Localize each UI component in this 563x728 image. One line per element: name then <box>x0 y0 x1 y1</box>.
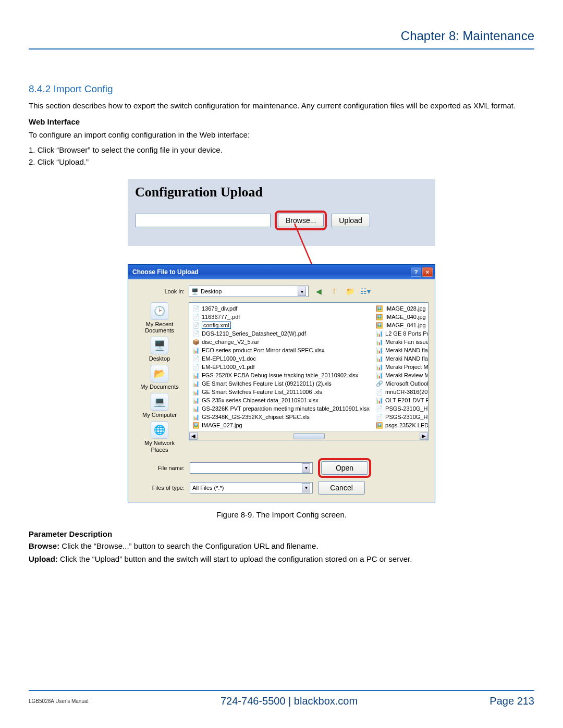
section-body: 8.4.2 Import Config This section describ… <box>29 83 534 166</box>
file-name: mnuCR-3816(2008 <box>385 389 429 395</box>
file-item[interactable]: 🖼️IMAGE_041.jpg <box>376 322 429 329</box>
computer-icon: 💻 <box>151 393 168 411</box>
browse-button[interactable]: Browse... <box>278 214 324 227</box>
place-desktop[interactable]: 🖥️ Desktop <box>136 337 183 362</box>
file-item[interactable]: 📊GS-2348K_GS-2352KX_chipset SPEC.xls <box>192 413 370 421</box>
file-item[interactable]: 📊GE Smart Switches Feature List_20111006… <box>192 388 370 396</box>
views-icon[interactable]: ☷▾ <box>360 286 371 297</box>
file-name: Meraki Fan issue t <box>385 339 429 345</box>
pdf-file-icon: 📄 <box>192 363 200 371</box>
jpg-file-icon: 🖼️ <box>376 305 383 312</box>
file-item[interactable]: 📄13679_div.pdf <box>192 305 370 312</box>
file-name: Meraki NAND flash <box>385 347 429 353</box>
file-item[interactable]: 📊L2 GE 8 Ports PoE <box>376 330 429 337</box>
instr-lead: To configure an import config configurat… <box>29 129 534 140</box>
file-name: Microsoft Outlook <box>385 380 429 387</box>
file-col-right: 🖼️IMAGE_028.jpg🖼️IMAGE_040.jpg🖼️IMAGE_04… <box>373 303 429 431</box>
cancel-button[interactable]: Cancel <box>318 481 365 495</box>
file-item[interactable]: 📄DGS-1210_Series_Datasheet_02(W).pdf <box>192 330 370 337</box>
up-icon[interactable]: ⤒ <box>328 286 340 297</box>
file-item[interactable]: 📊Meraki Fan issue t <box>376 338 429 346</box>
footer-left: LGB5028A User's Manual <box>29 698 89 704</box>
page-footer: LGB5028A User's Manual 724-746-5500 | bl… <box>29 690 534 707</box>
place-mydocs[interactable]: 📂 My Documents <box>136 365 183 390</box>
upload-path-input[interactable] <box>135 214 271 227</box>
param-upload-text: Click the “Upload” button and the switch… <box>60 554 412 563</box>
file-item[interactable]: 🖼️IMAGE_028.jpg <box>376 305 429 312</box>
open-button[interactable]: Open <box>321 461 368 475</box>
scroll-right-icon[interactable]: ▶ <box>420 433 428 440</box>
place-netplaces[interactable]: 🌐 My Network Places <box>136 421 183 452</box>
desktop-icon: 🖥️ <box>191 288 199 295</box>
file-name: L2 GE 8 Ports PoE <box>385 330 429 337</box>
file-name: FGS-2528X PCBA Debug issue tracking tabl… <box>202 372 358 378</box>
chevron-down-icon[interactable]: ▾ <box>302 463 310 473</box>
file-item[interactable]: 🔗Microsoft Outlook <box>376 380 429 387</box>
file-list-pane[interactable]: 📄13679_div.pdf📄11636777_.pdf📄config.xml📄… <box>189 302 429 440</box>
chevron-down-icon[interactable]: ▾ <box>302 483 310 492</box>
file-item[interactable]: 📊OLT-E201 DVT Rev <box>376 397 429 404</box>
file-item[interactable]: 📄PSGS-2310G_HW I <box>376 413 429 421</box>
place-mycomp[interactable]: 💻 My Computer <box>136 393 183 418</box>
dialog-titlebar[interactable]: Choose File to Upload ? × <box>128 265 435 279</box>
back-icon[interactable]: ◀ <box>313 286 324 297</box>
file-item[interactable]: 📄mnuCR-3816(2008 <box>376 388 429 396</box>
file-col-left: 📄13679_div.pdf📄11636777_.pdf📄config.xml📄… <box>189 303 373 431</box>
file-item[interactable]: 📦disc_change_V2_5.rar <box>192 338 370 346</box>
footer-right: Page 213 <box>489 695 534 707</box>
xml-file-icon: 📄 <box>192 322 200 329</box>
xls-file-icon: 📊 <box>376 363 383 371</box>
file-name: EM-EPL1000_v1.pdf <box>202 364 255 370</box>
intro-text: This section describes how to export the… <box>29 100 534 111</box>
hscrollbar[interactable]: ◀ ▶ <box>189 431 428 440</box>
file-item[interactable]: 📊Meraki Project MP <box>376 363 429 371</box>
filetype-combo[interactable]: All Files (*.*) ▾ <box>190 482 313 493</box>
file-item[interactable]: 📊GS-2326K PVT preparation meeting minute… <box>192 405 370 412</box>
file-item[interactable]: 🖼️psgs-2352K LED Pi <box>376 422 429 429</box>
xls-file-icon: 📊 <box>376 372 383 379</box>
param-upload: Upload: Click the “Upload” button and th… <box>29 554 534 563</box>
look-in-value: Desktop <box>201 288 222 294</box>
file-item[interactable]: 📄EM-EPL1000_v1.doc <box>192 355 370 362</box>
filetype-value: All Files (*.*) <box>192 485 224 491</box>
pdf-file-icon: 📄 <box>376 413 383 421</box>
file-item[interactable]: 📄config.xml <box>192 322 370 329</box>
footer-center: 724-746-5500 | blackbox.com <box>89 695 490 707</box>
scroll-thumb[interactable] <box>293 433 325 439</box>
recent-icon: 🕑 <box>151 302 168 320</box>
new-folder-icon[interactable]: 📁 <box>344 286 356 297</box>
look-in-combo[interactable]: 🖥️ Desktop ▾ <box>189 286 309 297</box>
file-item[interactable]: 📄11636777_.pdf <box>192 313 370 320</box>
jpg-file-icon: 🖼️ <box>192 422 200 429</box>
file-item[interactable]: 🖼️IMAGE_040.jpg <box>376 313 429 320</box>
jpg-file-icon: 🖼️ <box>376 322 383 329</box>
xls-file-icon: 📊 <box>376 330 383 337</box>
file-item[interactable]: 📊GE Smart Switches Feature List (0921201… <box>192 380 370 387</box>
pdf-file-icon: 📄 <box>192 305 200 312</box>
file-name: Meraki Project MP <box>385 364 429 370</box>
file-name: 13679_div.pdf <box>202 305 237 312</box>
file-name: 11636777_.pdf <box>202 314 240 320</box>
file-item[interactable]: 📊Meraki NAND flash <box>376 347 429 354</box>
file-item[interactable]: 🖼️IMAGE_027.jpg <box>192 422 370 429</box>
upload-button[interactable]: Upload <box>331 214 370 227</box>
close-icon[interactable]: × <box>422 267 433 277</box>
file-item[interactable]: 📊Meraki Review Me <box>376 372 429 379</box>
filename-combo[interactable]: ▾ <box>190 462 313 474</box>
file-item[interactable]: 📊FGS-2528X PCBA Debug issue tracking tab… <box>192 372 370 379</box>
param-desc-head: Parameter Description <box>29 529 534 538</box>
chevron-down-icon[interactable]: ▾ <box>298 287 306 296</box>
file-name: ECO series product Port Mirror datail SP… <box>202 347 324 353</box>
xls-file-icon: 📊 <box>376 338 383 346</box>
help-icon[interactable]: ? <box>411 267 421 277</box>
place-recent[interactable]: 🕑 My Recent Documents <box>136 302 183 334</box>
scroll-left-icon[interactable]: ◀ <box>189 433 198 440</box>
file-item[interactable]: 📄EM-EPL1000_v1.pdf <box>192 363 370 371</box>
file-item[interactable]: 📊GS-235x series Chipeset data_20110901.x… <box>192 397 370 404</box>
file-item[interactable]: 📊Meraki NAND flash <box>376 355 429 362</box>
dialog-title-buttons: ? × <box>411 267 433 277</box>
file-item[interactable]: 📊ECO series product Port Mirror datail S… <box>192 347 370 354</box>
doc-file-icon: 📄 <box>192 355 200 362</box>
file-name: PSGS-2310G_HW I <box>385 414 429 420</box>
file-item[interactable]: 📄PSGS-2310G_HW I <box>376 405 429 412</box>
